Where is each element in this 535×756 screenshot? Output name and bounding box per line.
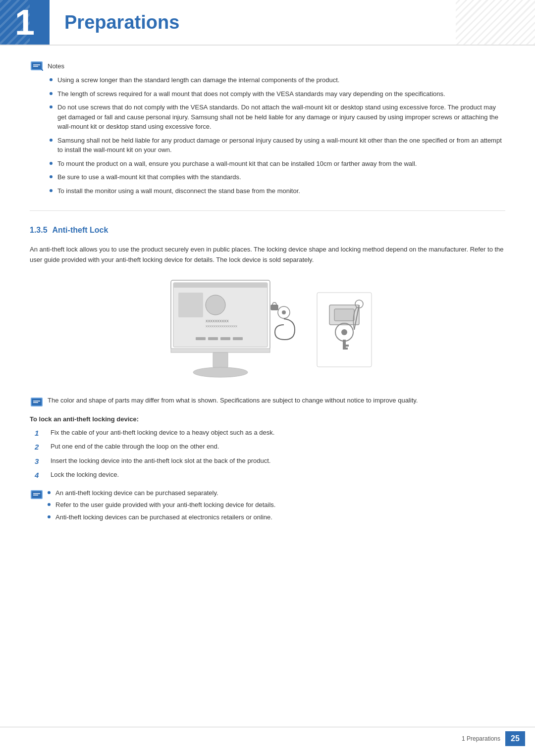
footer-text: 1 Preparations [462, 735, 500, 742]
bullet-dot [48, 503, 51, 506]
note-icon-small [30, 397, 44, 407]
svg-rect-15 [171, 349, 270, 353]
notes-block: Notes Using a screw longer than the stan… [30, 60, 505, 196]
svg-point-25 [341, 329, 347, 335]
monitor-diagram: XXXXXXXXXX XXXXXXXXXXXXXXXX [161, 275, 300, 386]
bullet-dot [50, 78, 53, 81]
svg-rect-13 [220, 337, 230, 340]
list-item: To mount the product on a wall, ensure y… [50, 159, 505, 169]
list-item: To install the monitor using a wall moun… [50, 186, 505, 196]
svg-rect-12 [208, 337, 218, 340]
svg-rect-36 [32, 491, 42, 498]
figure-note-text: The color and shape of parts may differ … [48, 396, 418, 405]
section-heading: 1.3.5 Anti-theft Lock [30, 226, 505, 238]
chapter-number-block: 1 [0, 0, 50, 45]
intro-paragraph: An anti-theft lock allows you to use the… [30, 245, 505, 265]
stripe-corner-decoration [0, 0, 50, 45]
bullet-dot [50, 139, 53, 142]
figure-area: XXXXXXXXXX XXXXXXXXXXXXXXXX [30, 275, 505, 386]
page-wrapper: 1 Preparations Notes [0, 0, 535, 756]
list-item: Anti-theft locking devices can be purcha… [48, 512, 275, 522]
list-item: 1 Fix the cable of your anti-theft locki… [35, 428, 505, 439]
svg-point-8 [206, 295, 225, 315]
svg-rect-28 [343, 348, 348, 350]
bullet-dot [50, 105, 53, 108]
chapter-title: Preparations [50, 0, 179, 45]
svg-rect-27 [343, 345, 349, 347]
lock-steps-list: 1 Fix the cable of your anti-theft locki… [30, 428, 505, 481]
list-item: Using a screw longer than the standard l… [50, 75, 505, 85]
bullet-dot [50, 175, 53, 178]
lock-procedure-heading: To lock an anti-theft locking device: [30, 415, 505, 423]
list-item: An anti-theft locking device can be purc… [48, 488, 275, 498]
svg-rect-16 [213, 353, 228, 367]
svg-text:XXXXXXXXXXXXXXXX: XXXXXXXXXXXXXXXX [206, 325, 237, 328]
bullet-dot [50, 162, 53, 165]
lock-detail-diagram [315, 290, 374, 371]
chapter-header: 1 Preparations [0, 0, 535, 46]
bottom-note-block: An anti-theft locking device can be purc… [30, 488, 505, 525]
svg-rect-14 [233, 337, 243, 340]
notes-header: Notes [30, 60, 505, 71]
svg-rect-32 [32, 399, 42, 405]
svg-rect-7 [178, 293, 203, 317]
bullet-dot [50, 92, 53, 95]
list-item: The length of screws required for a wall… [50, 89, 505, 99]
svg-rect-6 [173, 283, 268, 288]
svg-rect-11 [196, 337, 206, 340]
list-item: Refer to the user guide provided with yo… [48, 500, 275, 510]
footer-page-number: 25 [505, 731, 525, 746]
svg-rect-18 [271, 305, 278, 310]
svg-rect-23 [334, 309, 354, 321]
content-area: Notes Using a screw longer than the stan… [0, 60, 535, 524]
figure-note-block: The color and shape of parts may differ … [30, 396, 505, 407]
divider [30, 210, 505, 211]
notes-label: Notes [48, 62, 64, 70]
list-item: 3 Insert the locking device into the ant… [35, 456, 505, 467]
list-item: 4 Lock the locking device. [35, 470, 505, 481]
bottom-note-icon [30, 489, 44, 500]
bullet-dot [50, 189, 53, 192]
svg-text:XXXXXXXXXX: XXXXXXXXXX [206, 319, 229, 323]
bullet-dot [48, 515, 51, 518]
page-footer: 1 Preparations 25 [0, 727, 535, 746]
list-item: Be sure to use a wall-mount kit that com… [50, 172, 505, 182]
list-item: Do not use screws that do not comply wit… [50, 102, 505, 132]
list-item: Samsung shall not be held liable for any… [50, 136, 505, 155]
bottom-note-bullets: An anti-theft locking device can be purc… [48, 488, 275, 525]
bullet-dot [48, 491, 51, 494]
note-icon [30, 60, 44, 71]
notes-bullet-list: Using a screw longer than the standard l… [30, 75, 505, 196]
svg-point-17 [193, 367, 248, 377]
list-item: 2 Put one end of the cable through the l… [35, 442, 505, 453]
svg-rect-1 [32, 62, 42, 69]
top-right-decoration [456, 0, 535, 45]
svg-point-20 [282, 310, 286, 314]
